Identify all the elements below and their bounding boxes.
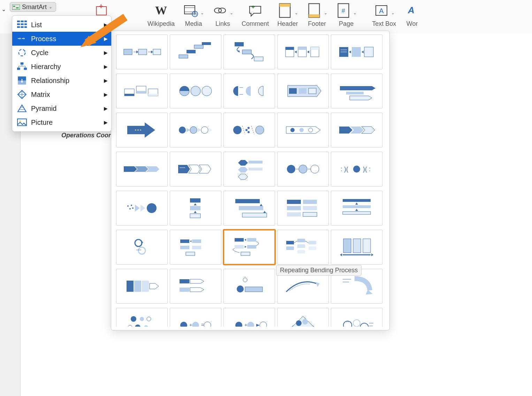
svg-text:=: = bbox=[201, 322, 204, 327]
svg-point-167 bbox=[147, 317, 151, 321]
svg-rect-31 bbox=[24, 26, 27, 28]
gallery-thumb[interactable] bbox=[277, 152, 329, 186]
ribbon-group-wikipedia[interactable]: W Wikipedia bbox=[145, 2, 177, 33]
gallery-scroll-area[interactable]: : )()( : += + bbox=[116, 35, 387, 327]
svg-rect-35 bbox=[24, 68, 27, 70]
gallery-thumb[interactable] bbox=[331, 230, 382, 265]
gallery-thumb[interactable] bbox=[277, 191, 329, 226]
smartart-menu-picture[interactable]: Picture ▶ bbox=[12, 115, 111, 129]
svg-rect-118 bbox=[239, 206, 263, 210]
chevron-down-icon[interactable]: ⌄ bbox=[324, 6, 327, 15]
menu-item-label: Cycle bbox=[31, 49, 48, 57]
gallery-thumb[interactable] bbox=[116, 308, 168, 327]
svg-point-85 bbox=[179, 127, 186, 134]
svg-rect-124 bbox=[287, 212, 301, 216]
gallery-thumb[interactable] bbox=[116, 269, 168, 304]
svg-rect-28 bbox=[24, 23, 27, 25]
gallery-thumb[interactable] bbox=[277, 308, 329, 327]
menu-item-label: Relationship bbox=[31, 77, 69, 85]
smartart-dropdown-button[interactable]: SmartArt ⌄ bbox=[10, 2, 56, 12]
svg-rect-127 bbox=[343, 205, 371, 208]
ribbon-group-textbox[interactable]: A ⌄ Text Box bbox=[369, 2, 399, 33]
gallery-thumb[interactable] bbox=[277, 35, 329, 69]
smartart-menu-process[interactable]: Process ▶ bbox=[12, 32, 111, 46]
gallery-thumb[interactable] bbox=[116, 113, 168, 147]
svg-rect-155 bbox=[134, 281, 141, 292]
gallery-thumb[interactable] bbox=[170, 35, 221, 69]
chevron-down-icon[interactable]: ⌄ bbox=[230, 6, 233, 15]
ribbon-group-comment[interactable]: Comment bbox=[239, 2, 272, 33]
submenu-arrow-icon: ▶ bbox=[104, 78, 108, 83]
gallery-thumb[interactable] bbox=[116, 152, 168, 186]
svg-rect-154 bbox=[127, 281, 134, 292]
gallery-thumb[interactable] bbox=[116, 74, 168, 108]
gallery-thumb[interactable] bbox=[223, 191, 275, 226]
gallery-thumb[interactable] bbox=[116, 191, 168, 226]
gallery-thumb[interactable] bbox=[331, 308, 382, 327]
smartart-menu-relationship[interactable]: Relationship ▶ bbox=[12, 74, 111, 87]
gallery-thumb[interactable] bbox=[170, 230, 221, 265]
smartart-menu-cycle[interactable]: Cycle ▶ bbox=[12, 46, 111, 60]
smartart-menu-list[interactable]: List ▶ bbox=[12, 18, 111, 32]
smartart-menu-hierarchy[interactable]: Hierarchy ▶ bbox=[12, 60, 111, 74]
gallery-thumb[interactable] bbox=[170, 113, 221, 147]
gallery-thumb[interactable] bbox=[116, 35, 168, 69]
relationship-icon bbox=[17, 76, 27, 85]
gallery-thumb[interactable] bbox=[277, 74, 329, 108]
ribbon-group-media[interactable]: ⌄ Media bbox=[180, 2, 207, 33]
gallery-thumb[interactable] bbox=[170, 269, 221, 304]
ribbon-group-wordart[interactable]: A Wor bbox=[402, 2, 423, 33]
svg-line-89 bbox=[242, 126, 245, 134]
ribbon-group-header[interactable]: ⌄ Header bbox=[274, 2, 301, 33]
ribbon-group-links[interactable]: ⌄ Links bbox=[210, 2, 236, 33]
gallery-thumb[interactable] bbox=[277, 230, 329, 265]
matrix-icon bbox=[17, 90, 27, 99]
svg-rect-3 bbox=[97, 7, 107, 15]
svg-rect-56 bbox=[242, 50, 251, 54]
gallery-thumb[interactable] bbox=[223, 152, 275, 186]
svg-rect-29 bbox=[17, 26, 20, 28]
svg-point-101 bbox=[287, 165, 295, 173]
gallery-thumb[interactable] bbox=[170, 152, 221, 186]
textbox-label: Text Box bbox=[372, 20, 396, 28]
svg-point-94 bbox=[256, 126, 264, 134]
svg-rect-137 bbox=[235, 238, 244, 242]
chevron-down-icon[interactable]: ⌄ bbox=[391, 6, 395, 15]
svg-rect-121 bbox=[303, 200, 317, 204]
svg-rect-116 bbox=[190, 214, 200, 218]
ribbon-overflow-left[interactable]: ⌄ bbox=[0, 2, 7, 16]
gallery-thumb-repeating-bending-process[interactable] bbox=[223, 230, 275, 265]
svg-rect-143 bbox=[286, 246, 294, 250]
gallery-thumb[interactable] bbox=[277, 113, 329, 147]
svg-rect-134 bbox=[180, 246, 189, 249]
gallery-thumb[interactable] bbox=[170, 191, 221, 226]
svg-rect-115 bbox=[190, 206, 200, 210]
gallery-thumb[interactable] bbox=[223, 74, 275, 108]
svg-rect-52 bbox=[187, 50, 196, 53]
gallery-thumb[interactable] bbox=[223, 113, 275, 147]
gallery-tooltip: Repeating Bending Process bbox=[276, 265, 362, 276]
gallery-thumb[interactable] bbox=[331, 191, 382, 226]
chevron-down-icon[interactable]: ⌄ bbox=[353, 6, 357, 15]
svg-point-111 bbox=[131, 205, 132, 206]
gallery-thumb[interactable]: : )()( : bbox=[331, 152, 382, 186]
chevron-down-icon[interactable]: ⌄ bbox=[200, 6, 204, 15]
chevron-down-icon[interactable]: ⌄ bbox=[295, 6, 298, 15]
smartart-menu-pyramid[interactable]: Pyramid ▶ bbox=[12, 101, 111, 115]
gallery-thumb[interactable] bbox=[116, 230, 168, 265]
svg-point-113 bbox=[147, 203, 157, 213]
ribbon-group-footer[interactable]: ⌄ Footer bbox=[304, 2, 330, 33]
gallery-thumb[interactable] bbox=[331, 35, 382, 69]
gallery-thumb[interactable] bbox=[331, 74, 382, 108]
gallery-thumb[interactable]: + bbox=[223, 308, 275, 327]
smartart-menu-matrix[interactable]: Matrix ▶ bbox=[12, 87, 111, 101]
gallery-thumb[interactable] bbox=[223, 269, 275, 304]
gallery-thumb[interactable] bbox=[223, 35, 275, 69]
svg-rect-119 bbox=[242, 213, 267, 217]
gallery-thumb[interactable] bbox=[331, 113, 382, 147]
ribbon-group-page[interactable]: # ⌄ Page bbox=[333, 2, 359, 33]
gallery-thumb[interactable]: += bbox=[170, 308, 221, 327]
svg-point-86 bbox=[190, 127, 197, 134]
svg-rect-133 bbox=[192, 239, 201, 243]
gallery-thumb[interactable] bbox=[170, 74, 221, 108]
